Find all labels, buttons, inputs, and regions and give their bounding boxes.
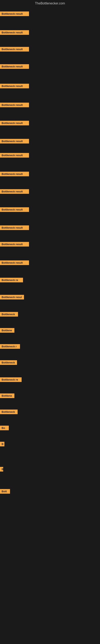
bottleneck-label: Bottleneck result [0,47,29,52]
bottleneck-label: Bottleneck [0,410,18,414]
bottleneck-label: Bottleneck re [0,278,23,282]
bottleneck-item: Bottleneck result [0,226,29,231]
bottleneck-label: Bottleneck result [0,84,29,88]
bottleneck-label: Bottleneck result [0,172,29,176]
bottleneck-item: Bott [0,489,10,494]
bottleneck-label: Bottleneck r [0,344,20,349]
bottleneck-label: Bottlene [0,328,14,333]
site-title: TheBottlenecker.com [0,0,100,7]
bottleneck-item: Bottleneck result [0,153,29,158]
bottleneck-label: Bottleneck [0,360,17,365]
bottleneck-item: Bottleneck result [0,172,29,177]
bottleneck-label: Bottleneck result [0,189,29,194]
bottleneck-label: Bottleneck result [0,226,29,230]
bottleneck-label: Bottleneck result [0,153,29,158]
bottleneck-item: Bottleneck result [0,139,29,144]
bottleneck-label: Bottleneck result [0,207,29,212]
bottleneck-item: Bo [0,426,9,431]
bottleneck-label: Bottleneck resul [0,295,24,300]
bottleneck-label: Bottleneck result [0,242,29,246]
bottleneck-item: Bottleneck [0,360,17,366]
bottleneck-item: Bottleneck result [0,64,29,70]
bottleneck-item: Bottleneck result [0,260,29,266]
bottleneck-item: Bottleneck result [0,242,29,247]
bottleneck-label: B [0,442,4,446]
bottleneck-item: Bottleneck result [0,12,29,17]
bottleneck-label: Bottleneck result [0,64,29,69]
bottleneck-item: Bottleneck resul [0,295,24,300]
bottleneck-item: Bottleneck result [0,84,29,89]
bottleneck-item: Bottleneck r [0,344,20,350]
bottleneck-label: Bott [0,489,10,494]
bottleneck-label: Bottleneck re [0,377,22,382]
bottleneck-item: Bottleneck result [0,189,29,194]
bottleneck-item: Bottleneck re [0,278,23,283]
bottleneck-item: Bottleneck result [0,30,29,36]
bottleneck-item: Bottleneck re [0,377,22,383]
bottleneck-label: Bottleneck result [0,12,29,16]
bottleneck-label: Bottleneck result [0,260,29,265]
bottleneck-label: Bottleneck result [0,30,29,35]
bottleneck-item: Bottleneck result [0,47,29,52]
bottleneck-label: Bo [0,426,9,430]
bottleneck-label: Bottleneck result [0,121,29,126]
bottleneck-item: Bottleneck [0,312,18,317]
bottleneck-label: Bottlene [0,394,14,398]
bottleneck-item: Bottlene [0,394,14,399]
bottleneck-item: Bottlene [0,328,14,334]
bottleneck-item: Bottleneck result [0,207,29,213]
bottleneck-item: B [0,442,4,447]
bottleneck-label: Bottleneck result [0,103,29,107]
bottleneck-label: Bottleneck result [0,139,29,144]
bottleneck-label: Bottleneck [0,312,18,316]
bottleneck-item: Bottleneck [0,410,18,415]
bottleneck-item: Bottleneck result [0,121,29,126]
bottleneck-item: B [0,467,3,472]
bottleneck-item: Bottleneck result [0,103,29,108]
bottleneck-label: B [0,467,3,472]
